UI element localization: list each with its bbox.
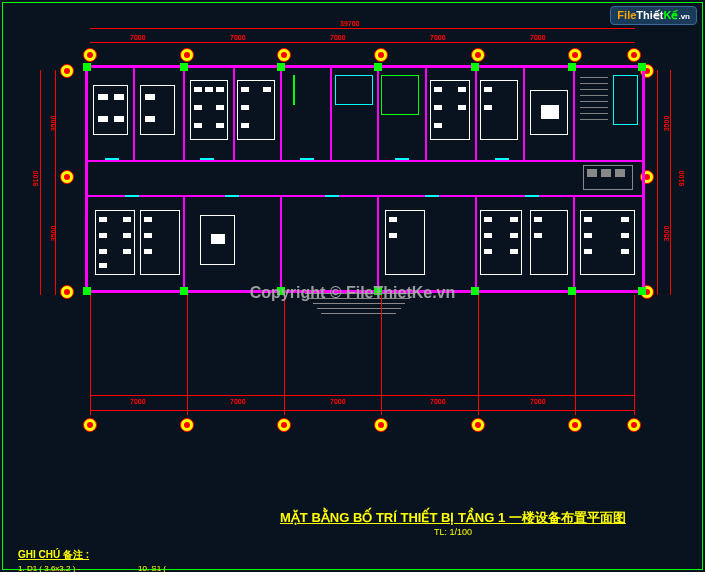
wall bbox=[85, 65, 645, 68]
dim-line bbox=[55, 70, 56, 295]
floor-plan bbox=[85, 65, 645, 295]
column bbox=[180, 287, 188, 295]
notes-heading: GHI CHÚ 备注 : bbox=[18, 549, 89, 560]
ext-line bbox=[575, 295, 576, 415]
partition bbox=[377, 68, 379, 160]
partition bbox=[523, 68, 525, 160]
fixture bbox=[615, 169, 625, 177]
ext-line bbox=[90, 295, 91, 415]
fixture bbox=[587, 169, 597, 177]
note-line: 10. S1 ( 1.8x2.4 ) - Slg: 34 bbox=[138, 563, 173, 572]
door-swing bbox=[293, 75, 295, 105]
dim-bay-b: 7000 bbox=[530, 398, 546, 405]
panel bbox=[381, 75, 419, 115]
title-scale: TL: 1/100 bbox=[280, 527, 626, 537]
furniture-table bbox=[530, 90, 568, 135]
dim-bay: 7000 bbox=[130, 34, 146, 41]
door bbox=[495, 158, 509, 160]
logo-text: Kế bbox=[663, 9, 678, 21]
partition bbox=[183, 68, 185, 160]
dim-split: 3500 bbox=[50, 226, 57, 242]
column bbox=[374, 63, 382, 71]
furniture-desk bbox=[190, 80, 228, 140]
partition bbox=[183, 197, 185, 290]
column bbox=[180, 63, 188, 71]
dim-line bbox=[90, 395, 635, 396]
drawing-title: MẶT BẰNG BỐ TRÍ THIẾT BỊ TẦNG 1 一楼设备布置平面… bbox=[280, 509, 626, 537]
door bbox=[125, 195, 139, 197]
furniture-desk bbox=[385, 210, 425, 275]
column bbox=[83, 63, 91, 71]
dim-bay: 7000 bbox=[530, 34, 546, 41]
dim-bay: 7000 bbox=[430, 34, 446, 41]
grid-marker bbox=[83, 48, 97, 62]
grid-marker bbox=[180, 418, 194, 432]
dim-line bbox=[90, 410, 635, 411]
furniture-desk bbox=[580, 210, 635, 275]
furniture-desk bbox=[95, 210, 135, 275]
dim-line bbox=[40, 70, 41, 295]
door bbox=[325, 195, 339, 197]
column bbox=[277, 63, 285, 71]
ext-line bbox=[634, 295, 635, 415]
wall bbox=[85, 65, 88, 293]
grid-marker bbox=[627, 418, 641, 432]
dim-line bbox=[90, 42, 635, 43]
dim-bay-b: 7000 bbox=[330, 398, 346, 405]
furniture-wc bbox=[613, 75, 638, 125]
grid-marker bbox=[568, 418, 582, 432]
grid-marker bbox=[180, 48, 194, 62]
dim-bay-b: 7000 bbox=[130, 398, 146, 405]
door bbox=[525, 195, 539, 197]
partition bbox=[233, 68, 235, 160]
door bbox=[225, 195, 239, 197]
dim-line bbox=[90, 28, 635, 29]
wall bbox=[85, 195, 645, 197]
entry-steps bbox=[305, 293, 415, 323]
dim-bay: 7000 bbox=[330, 34, 346, 41]
logo-text: .vn bbox=[678, 12, 690, 21]
ext-line bbox=[381, 295, 382, 415]
grid-marker bbox=[277, 48, 291, 62]
grid-marker bbox=[568, 48, 582, 62]
dim-split: 3500 bbox=[50, 116, 57, 132]
logo-text: Thiết bbox=[636, 9, 663, 21]
fixture bbox=[601, 169, 611, 177]
furniture-desk bbox=[530, 210, 568, 275]
grid-marker bbox=[60, 64, 74, 78]
grid-marker bbox=[60, 170, 74, 184]
dim-split-r: 3500 bbox=[663, 226, 670, 242]
wall bbox=[642, 65, 645, 293]
partition bbox=[280, 68, 282, 160]
column bbox=[471, 287, 479, 295]
dim-overall-top: 39700 bbox=[340, 20, 359, 27]
grid-marker bbox=[627, 48, 641, 62]
column bbox=[638, 63, 646, 71]
wall bbox=[85, 160, 645, 162]
door bbox=[105, 158, 119, 160]
grid-marker bbox=[471, 48, 485, 62]
column bbox=[638, 287, 646, 295]
partition bbox=[377, 197, 379, 290]
dim-bay-b: 7000 bbox=[230, 398, 246, 405]
grid-marker bbox=[60, 285, 74, 299]
furniture-desk bbox=[200, 215, 235, 265]
partition bbox=[573, 197, 575, 290]
column bbox=[568, 63, 576, 71]
logo-text: File bbox=[617, 9, 636, 21]
dim-side-r: 9100 bbox=[678, 171, 685, 187]
ext-line bbox=[284, 295, 285, 415]
column bbox=[277, 287, 285, 295]
notes-col-1: 1. D1 ( 3.6x3.2 ) - Slg: 01 2. D2 ( 1.8x… bbox=[18, 563, 89, 572]
furniture-desk bbox=[430, 80, 470, 140]
logo-badge: FileThiếtKế.vn bbox=[610, 6, 697, 25]
dim-bay: 7000 bbox=[230, 34, 246, 41]
furniture-desk bbox=[140, 210, 180, 275]
grid-marker bbox=[374, 418, 388, 432]
notes-block: GHI CHÚ 备注 : 1. D1 ( 3.6x3.2 ) - Slg: 01… bbox=[18, 549, 89, 560]
partition bbox=[475, 197, 477, 290]
partition bbox=[330, 68, 332, 160]
furniture-desk bbox=[480, 80, 518, 140]
staircase bbox=[580, 73, 608, 128]
partition bbox=[475, 68, 477, 160]
